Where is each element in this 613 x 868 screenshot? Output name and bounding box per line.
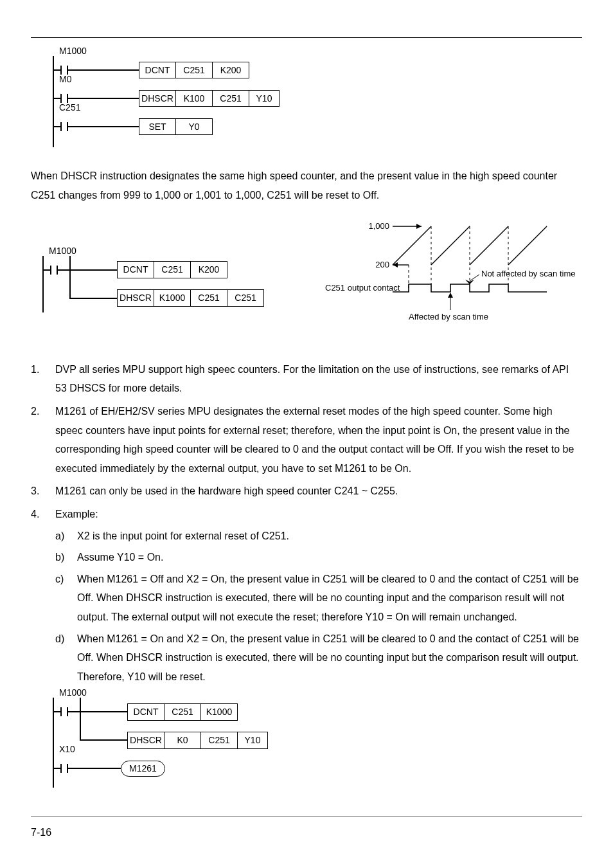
page: M1000 DCNT C251 K200 M0 DHSCR K100 C251 … [0,0,613,868]
box-cell: DHSCR [128,732,164,748]
contact-no [50,265,58,275]
list-item: X2 is the input point for external reset… [77,527,582,546]
box-cell: C251 [176,62,213,78]
instruction-box: DCNT C251 K1000 [127,703,238,721]
contact-no [60,122,68,132]
box-cell: K200 [213,62,249,78]
svg-marker-7 [393,262,398,267]
list-item: M1261 of EH/EH2/SV series MPU designates… [55,402,582,478]
instruction-box: DCNT C251 K200 [139,62,249,79]
box-cell: K0 [164,732,201,748]
list-item: Assume Y10 = On. [77,548,582,567]
box-cell: C251 [164,704,201,720]
svg-line-2 [470,226,508,265]
svg-marker-12 [465,280,474,284]
box-cell: DHSCR [118,290,154,306]
instruction-box: DHSCR K100 C251 Y10 [139,90,280,107]
timing-signal-label: C251 output contact [325,283,400,293]
top-rule [31,37,582,38]
timing-note: Affected by scan time [409,312,488,321]
svg-line-1 [431,226,470,265]
box-cell: Y10 [238,732,267,748]
svg-line-0 [393,226,431,265]
svg-marker-5 [416,224,422,229]
contact-label: X10 [59,744,75,755]
contact-no [60,707,68,717]
list-number: 4. [31,505,55,689]
box-cell: C251 [154,262,191,278]
ladder-diagram-1: M1000 DCNT C251 K200 M0 DHSCR K100 C251 … [53,56,297,147]
box-cell: SET [139,119,176,135]
list-item: When M1261 = On and X2 = On, the present… [77,629,582,687]
list-number: d) [55,629,77,687]
box-cell: K1000 [154,290,191,306]
box-cell: Y10 [249,91,279,107]
timing-note: Not affected by scan time [481,269,575,278]
box-cell: K1000 [201,704,237,720]
box-cell: DCNT [128,704,164,720]
contact-no [60,763,68,773]
timing-diagram: 1,000 200 C251 output contact Not affect… [325,220,582,341]
contact-label: M1000 [59,46,87,57]
page-number: 7-16 [31,816,582,842]
instruction-box: SET Y0 [139,118,213,136]
box-cell: DHSCR [139,91,176,107]
paragraph: When DHSCR instruction designates the sa… [31,167,582,206]
timing-value: 200 [375,260,389,269]
box-cell: Y0 [176,119,212,135]
page-footer: 7-16 [31,816,582,842]
box-cell: DCNT [118,262,154,278]
sub-list: a) X2 is the input point for external re… [55,527,582,687]
box-cell: DCNT [139,62,176,78]
svg-line-13 [470,275,479,281]
list-number: 2. [31,402,55,478]
list-item: M1261 can only be used in the hardware h… [55,482,582,501]
instruction-box: DHSCR K1000 C251 C251 [117,289,264,307]
instruction-box: DHSCR K0 C251 Y10 [127,732,268,749]
list-item: Example: a) X2 is the input point for ex… [55,505,582,689]
list-item: DVP all series MPU support high speec co… [55,360,582,398]
list-number: b) [55,548,77,567]
timing-value: 1,000 [368,221,389,231]
instruction-box: DCNT C251 K200 [117,261,227,278]
output-coil: M1261 [121,761,165,777]
ladder-diagram-3: M1000 DCNT C251 K1000 DHSCR K0 C251 Y10 [53,698,310,788]
box-cell: C251 [227,290,263,306]
contact-label: C251 [59,102,80,113]
box-cell: C251 [201,732,238,748]
contact-label: M1000 [59,687,87,698]
list-number: 3. [31,482,55,501]
contact-label: M0 [59,74,71,85]
svg-marker-15 [448,293,453,298]
contact-label: M1000 [49,246,76,257]
box-cell: C251 [213,91,249,107]
ladder-timing-row: M1000 DCNT C251 K200 DHSCR [31,220,582,341]
list-item: When M1261 = Off and X2 = On, the presen… [77,570,582,627]
ladder-diagram-2: M1000 DCNT C251 K200 DHSCR [42,256,299,312]
list-number: c) [55,570,77,627]
list-number: 1. [31,360,55,398]
box-cell: K200 [191,262,227,278]
box-cell: C251 [191,290,227,306]
numbered-list: 1. DVP all series MPU support high speec… [31,360,582,689]
list-number: a) [55,527,77,546]
svg-line-3 [508,226,547,265]
box-cell: K100 [176,91,213,107]
